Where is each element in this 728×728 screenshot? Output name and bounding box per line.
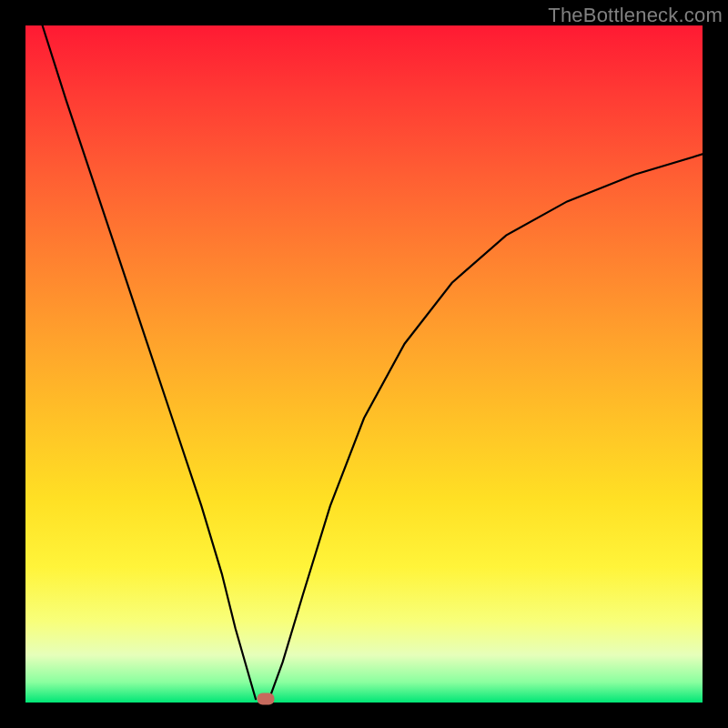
curve-layer [25,25,703,703]
chart-frame: TheBottleneck.com [0,0,728,728]
plot-area [25,25,703,703]
minimum-marker [258,693,275,705]
left-branch-line [43,25,256,699]
right-branch-line [269,154,703,699]
watermark-text: TheBottleneck.com [548,4,723,27]
